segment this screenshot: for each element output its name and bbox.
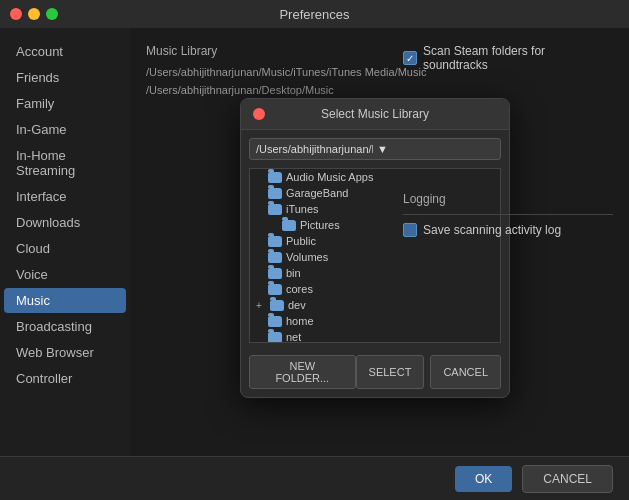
tree-item-net[interactable]: net xyxy=(250,329,500,343)
sidebar-item-cloud[interactable]: Cloud xyxy=(4,236,126,261)
close-button[interactable] xyxy=(10,8,22,20)
sidebar-item-voice[interactable]: Voice xyxy=(4,262,126,287)
scan-checkbox-row: Scan Steam folders for soundtracks xyxy=(403,44,613,72)
tree-item-cores[interactable]: cores xyxy=(250,281,500,297)
save-log-checkbox[interactable] xyxy=(403,223,417,237)
expand-icon: + xyxy=(256,300,266,311)
tree-item-home[interactable]: home xyxy=(250,313,500,329)
cancel-button[interactable]: CANCEL xyxy=(522,465,613,493)
dialog-close-button[interactable] xyxy=(253,108,265,120)
music-path-2: /Users/abhijithnarjunan/Desktop/Music xyxy=(146,84,334,96)
folder-icon xyxy=(268,204,282,215)
sidebar-item-in-home-streaming[interactable]: In-Home Streaming xyxy=(4,143,126,183)
sidebar-item-broadcasting[interactable]: Broadcasting xyxy=(4,314,126,339)
folder-icon xyxy=(282,220,296,231)
right-panel: Scan Steam folders for soundtracks Loggi… xyxy=(403,44,613,245)
sidebar: Account Friends Family In-Game In-Home S… xyxy=(0,28,130,500)
main-layout: Account Friends Family In-Game In-Home S… xyxy=(0,28,629,500)
sidebar-item-music[interactable]: Music xyxy=(4,288,126,313)
logging-separator xyxy=(403,214,613,215)
scan-label: Scan Steam folders for soundtracks xyxy=(423,44,613,72)
sidebar-item-family[interactable]: Family xyxy=(4,91,126,116)
sidebar-item-downloads[interactable]: Downloads xyxy=(4,210,126,235)
sidebar-item-controller[interactable]: Controller xyxy=(4,366,126,391)
save-log-checkbox-row: Save scanning activity log xyxy=(403,223,613,237)
traffic-lights xyxy=(10,8,58,20)
new-folder-button[interactable]: NEW FOLDER... xyxy=(249,355,356,389)
folder-icon xyxy=(268,284,282,295)
bottom-bar: OK CANCEL xyxy=(0,456,629,500)
folder-icon xyxy=(268,236,282,247)
sidebar-item-friends[interactable]: Friends xyxy=(4,65,126,90)
save-log-label: Save scanning activity log xyxy=(423,223,561,237)
dialog-cancel-button[interactable]: CANCEL xyxy=(430,355,501,389)
folder-icon xyxy=(268,268,282,279)
scan-checkbox[interactable] xyxy=(403,51,417,65)
music-path-1: /Users/abhijithnarjunan/Music/iTunes/iTu… xyxy=(146,66,426,78)
folder-icon xyxy=(268,316,282,327)
folder-icon xyxy=(268,172,282,183)
content-area: Music Library /Users/abhijithnarjunan/Mu… xyxy=(130,28,629,500)
tree-item-dev[interactable]: + dev xyxy=(250,297,500,313)
folder-icon xyxy=(268,332,282,343)
titlebar: Preferences xyxy=(0,0,629,28)
folder-icon xyxy=(270,300,284,311)
folder-icon xyxy=(268,252,282,263)
sidebar-item-interface[interactable]: Interface xyxy=(4,184,126,209)
folder-icon xyxy=(268,188,282,199)
sidebar-item-in-game[interactable]: In-Game xyxy=(4,117,126,142)
window-title: Preferences xyxy=(279,7,349,22)
minimize-button[interactable] xyxy=(28,8,40,20)
logging-title: Logging xyxy=(403,192,613,206)
sidebar-item-account[interactable]: Account xyxy=(4,39,126,64)
tree-item-bin[interactable]: bin xyxy=(250,265,500,281)
dialog-buttons: NEW FOLDER... SELECT CANCEL xyxy=(241,347,509,397)
maximize-button[interactable] xyxy=(46,8,58,20)
sidebar-item-web-browser[interactable]: Web Browser xyxy=(4,340,126,365)
ok-button[interactable]: OK xyxy=(455,466,512,492)
tree-item-volumes[interactable]: Volumes xyxy=(250,249,500,265)
select-button[interactable]: SELECT xyxy=(356,355,425,389)
logging-section: Logging Save scanning activity log xyxy=(403,192,613,237)
current-path: /Users/abhijithnarjunan/Music/ xyxy=(256,143,373,155)
